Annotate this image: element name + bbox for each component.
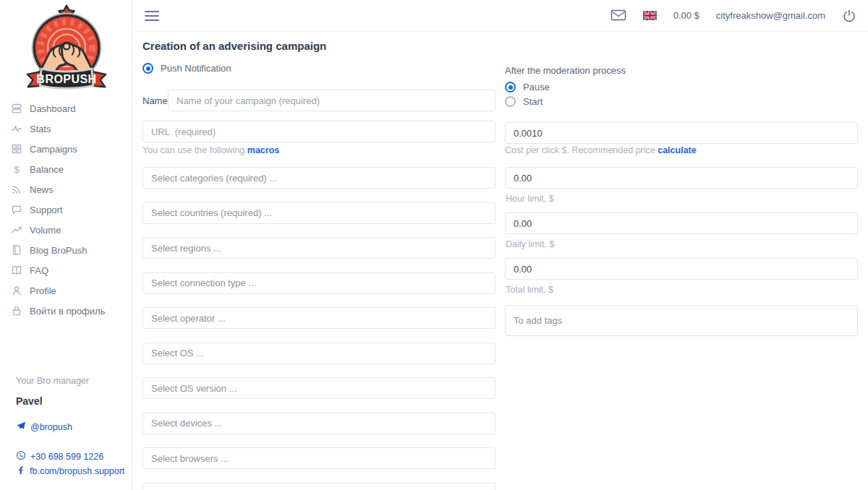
sidebar-item-campaigns[interactable]: Campaigns bbox=[0, 139, 132, 159]
select-countries[interactable]: Select countries (required) ... bbox=[142, 202, 495, 224]
whatsapp-icon bbox=[16, 450, 26, 463]
telegram-link[interactable]: @bropush bbox=[16, 421, 132, 433]
power-icon[interactable] bbox=[842, 9, 856, 23]
campaign-name-row: Name bbox=[142, 90, 495, 111]
cpc-wrap bbox=[505, 122, 858, 144]
page-title: Creation of an adverising campaign bbox=[142, 40, 326, 52]
sidebar-item-stats[interactable]: Stats bbox=[0, 119, 132, 139]
campaign-name-input[interactable] bbox=[168, 90, 495, 111]
account-email[interactable]: cityfreakshow@gmail.com bbox=[716, 10, 825, 21]
journal-icon bbox=[11, 244, 22, 256]
main-content: Creation of an adverising campaign Push … bbox=[133, 33, 868, 490]
sidebar-item-label: Blog BroPush bbox=[30, 245, 88, 256]
moderation-label: After the moderation process bbox=[505, 65, 626, 76]
tags-wrap bbox=[505, 305, 858, 338]
select-placeholder: Select connection type ... bbox=[151, 278, 256, 288]
select-os[interactable]: Select OS ... bbox=[142, 343, 495, 364]
limits-block: Hour limit, $ Daily limit, $ Total limit… bbox=[505, 167, 858, 304]
person-icon bbox=[11, 285, 22, 296]
select-regions[interactable]: Select regions ... bbox=[142, 237, 495, 259]
select-devices[interactable]: Select devices ... bbox=[142, 413, 495, 434]
sidebar-item-balance[interactable]: $ Balance bbox=[0, 159, 132, 179]
sidebar-item-volume[interactable]: Volume bbox=[0, 220, 132, 240]
sidebar-item-label: Stats bbox=[30, 124, 51, 134]
manager-caption: Your Bro manager bbox=[16, 376, 132, 386]
sidebar-item-blog[interactable]: Blog BroPush bbox=[0, 240, 132, 260]
sidebar-item-label: Support bbox=[30, 205, 63, 215]
uk-flag-icon[interactable] bbox=[643, 11, 657, 20]
sidebar-item-label: Dashboard bbox=[30, 103, 76, 114]
select-categories[interactable]: Select categories (required) ... bbox=[142, 167, 495, 189]
sidebar-item-label: Volume bbox=[30, 225, 61, 236]
select-placeholder: Select countries (required) ... bbox=[151, 207, 272, 218]
moderation-radio-start[interactable]: Start bbox=[505, 96, 542, 107]
bropush-logo-icon: BROPUSH bbox=[17, 4, 116, 93]
select-placeholder: Select devices ... bbox=[151, 418, 222, 429]
facebook-link[interactable]: fb.com/bropush.support bbox=[16, 465, 132, 477]
hour-limit-group: Hour limit, $ bbox=[505, 167, 858, 204]
balance-amount[interactable]: 0.00 $ bbox=[673, 10, 699, 21]
select-operator[interactable]: Select operator ... bbox=[142, 307, 495, 329]
stats-icon bbox=[11, 123, 22, 134]
macros-hint-text: You can use the following bbox=[142, 145, 247, 155]
sidebar-item-login-profile[interactable]: Войти в профиль bbox=[0, 301, 132, 321]
radio-selected-icon[interactable] bbox=[142, 63, 153, 74]
select-placeholder: Select operator ... bbox=[151, 313, 226, 324]
daily-limit-label: Daily limit, $ bbox=[505, 239, 858, 249]
sidebar-item-label: News bbox=[30, 184, 54, 195]
lock-icon bbox=[11, 305, 22, 317]
daily-limit-input[interactable] bbox=[505, 212, 858, 234]
campaign-url-wrap bbox=[142, 121, 495, 142]
daily-limit-group: Daily limit, $ bbox=[505, 212, 858, 249]
sidebar-item-news[interactable]: News bbox=[0, 179, 132, 199]
moderation-radio-pause[interactable]: Pause bbox=[505, 82, 550, 93]
select-connection-type[interactable]: Select connection type ... bbox=[142, 272, 495, 294]
sidebar-item-dashboard[interactable]: Dashboard bbox=[0, 98, 132, 119]
sidebar-item-support[interactable]: Support bbox=[0, 199, 132, 220]
facebook-url: fb.com/bropush.support bbox=[30, 466, 124, 476]
rss-icon bbox=[11, 184, 22, 195]
sidebar-item-label: Profile bbox=[30, 285, 56, 296]
total-limit-label: Total limit, $ bbox=[505, 285, 858, 295]
mail-icon[interactable] bbox=[610, 9, 626, 23]
sidebar-item-label: FAQ bbox=[30, 265, 48, 276]
hamburger-menu-icon[interactable] bbox=[145, 11, 159, 21]
whatsapp-link[interactable]: +30 698 599 1226 bbox=[16, 450, 132, 463]
cost-per-click-input[interactable] bbox=[505, 122, 858, 144]
select-placeholder: Select OS ... bbox=[151, 348, 204, 358]
open-book-icon bbox=[11, 265, 22, 276]
topbar-right: 0.00 $ cityfreakshow@gmail.com bbox=[610, 9, 856, 23]
topbar: 0.00 $ cityfreakshow@gmail.com bbox=[133, 0, 868, 32]
sidebar: BROPUSH Dashboard Stats Campaigns $ Ba bbox=[0, 0, 132, 490]
telegram-icon bbox=[16, 421, 26, 433]
select-placeholder: Select OS version ... bbox=[151, 383, 237, 394]
bropush-logo[interactable]: BROPUSH bbox=[0, 0, 132, 95]
campaign-type-radio-push[interactable]: Push Notification bbox=[142, 63, 231, 74]
sidebar-menu: Dashboard Stats Campaigns $ Balance News bbox=[0, 98, 132, 321]
macros-hint: You can use the following macros bbox=[142, 145, 279, 155]
radio-selected-icon[interactable] bbox=[505, 82, 516, 93]
select-browsers[interactable]: Select browsers ... bbox=[142, 447, 495, 469]
sidebar-item-label: Войти в профиль bbox=[30, 306, 105, 317]
campaign-url-input[interactable] bbox=[142, 121, 495, 142]
telegram-handle: @bropush bbox=[30, 422, 72, 432]
select-placeholder: Select regions ... bbox=[151, 243, 221, 254]
total-limit-group: Total limit, $ bbox=[505, 258, 858, 295]
select-placeholder: Select browsers ... bbox=[151, 453, 229, 464]
select-placeholder: Select categories (required) ... bbox=[151, 173, 277, 184]
tags-input[interactable] bbox=[505, 305, 858, 336]
calculate-link[interactable]: calculate bbox=[658, 145, 697, 155]
start-label: Start bbox=[523, 96, 542, 107]
manager-name: Pavel bbox=[16, 395, 132, 407]
hour-limit-input[interactable] bbox=[505, 167, 858, 189]
hour-limit-label: Hour limit, $ bbox=[505, 194, 858, 204]
select-os-version[interactable]: Select OS version ... bbox=[142, 377, 495, 399]
macros-link[interactable]: macros bbox=[247, 145, 279, 155]
total-limit-input[interactable] bbox=[505, 258, 858, 280]
select-partial-bottom[interactable]: Select ... bbox=[142, 483, 495, 490]
sidebar-item-profile[interactable]: Profile bbox=[0, 280, 132, 301]
pause-label: Pause bbox=[523, 82, 550, 93]
radio-unselected-icon[interactable] bbox=[505, 96, 516, 107]
sidebar-item-faq[interactable]: FAQ bbox=[0, 260, 132, 280]
sidebar-item-label: Campaigns bbox=[30, 144, 77, 155]
